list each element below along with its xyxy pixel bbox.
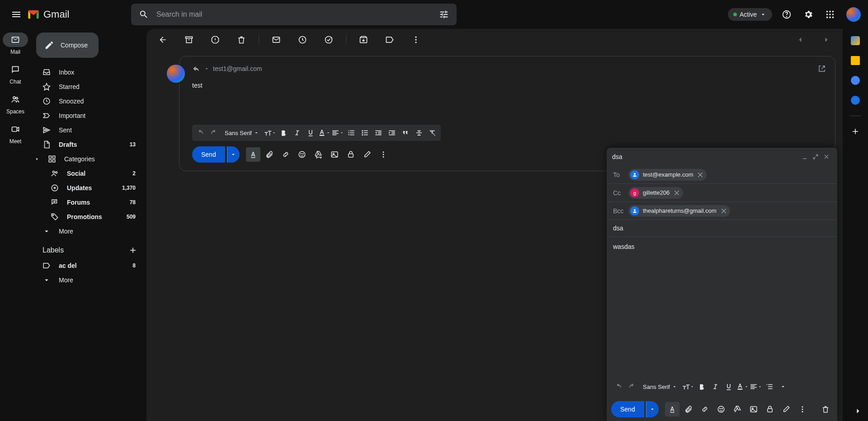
archive-button[interactable] — [180, 31, 198, 49]
snooze-button[interactable] — [293, 31, 311, 49]
bold-button[interactable] — [695, 380, 708, 393]
chip-remove-button[interactable] — [697, 171, 704, 178]
sidebar-item-starred[interactable]: Starred — [31, 80, 146, 94]
sidebar-item-updates[interactable]: Updates 1,370 — [31, 181, 146, 195]
settings-button[interactable] — [799, 5, 817, 23]
status-selector[interactable]: Active — [728, 8, 772, 21]
more-options-button[interactable] — [376, 147, 391, 162]
sidebar-item-inbox[interactable]: Inbox — [31, 65, 146, 80]
reply-type-dropdown-icon[interactable] — [204, 66, 209, 71]
reply-send-button[interactable]: Send — [192, 146, 225, 163]
bcc-row[interactable]: Bcc thealphareturns@gmail.com — [607, 202, 837, 220]
keep-app-button[interactable] — [851, 56, 860, 65]
more-options-button[interactable] — [795, 402, 810, 416]
reply-body-text[interactable]: test — [192, 82, 826, 125]
sidebar-item-drafts[interactable]: Drafts 13 — [31, 137, 146, 152]
redo-button[interactable] — [208, 126, 220, 139]
indent-more-button[interactable] — [386, 126, 398, 139]
sidebar-item-forums[interactable]: Forums 78 — [31, 195, 146, 210]
font-size-button[interactable] — [264, 126, 276, 139]
link-button[interactable] — [278, 147, 293, 162]
font-selector[interactable]: Sans Serif — [639, 384, 681, 390]
sidebar-item-more[interactable]: More — [31, 224, 146, 239]
sidebar-item-sent[interactable]: Sent — [31, 123, 146, 137]
signature-button[interactable] — [360, 147, 374, 162]
underline-button[interactable] — [722, 380, 735, 393]
mark-unread-button[interactable] — [267, 31, 285, 49]
cc-row[interactable]: Cc g gillette206 — [607, 184, 837, 202]
support-button[interactable] — [778, 5, 796, 23]
discard-draft-button[interactable] — [818, 402, 833, 416]
contacts-app-button[interactable] — [851, 96, 860, 105]
account-avatar[interactable] — [846, 7, 861, 22]
text-color-button[interactable] — [318, 126, 330, 139]
drive-button[interactable] — [311, 147, 326, 162]
signature-button[interactable] — [779, 402, 793, 416]
font-selector[interactable]: Sans Serif — [221, 130, 263, 136]
text-color-button[interactable] — [736, 380, 749, 393]
sidebar-labels-more[interactable]: More — [31, 273, 146, 287]
to-row[interactable]: To test@example.com — [607, 166, 837, 184]
image-button[interactable] — [327, 147, 342, 162]
add-label-button[interactable] — [128, 246, 137, 255]
sidebar-item-social[interactable]: Social 2 — [31, 166, 146, 181]
compose-body[interactable]: wasdas — [607, 237, 837, 376]
popout-button[interactable] — [818, 65, 826, 73]
compose-send-button[interactable]: Send — [611, 401, 644, 417]
formatting-toggle-button[interactable] — [665, 402, 679, 416]
rail-item-spaces[interactable]: Spaces — [3, 92, 28, 115]
sender-avatar[interactable] — [167, 65, 185, 83]
align-button[interactable] — [750, 380, 762, 393]
compose-titlebar[interactable]: dsa — [607, 148, 837, 166]
redo-button[interactable] — [626, 380, 638, 393]
format-more-button[interactable] — [777, 380, 789, 393]
search-bar[interactable] — [131, 4, 457, 25]
confidential-button[interactable] — [344, 147, 358, 162]
labels-button[interactable] — [381, 31, 399, 49]
emoji-button[interactable] — [295, 147, 309, 162]
italic-button[interactable] — [709, 380, 722, 393]
close-compose-button[interactable] — [821, 151, 832, 162]
newer-button[interactable] — [817, 31, 835, 49]
align-button[interactable] — [331, 126, 344, 139]
bullet-list-button[interactable] — [359, 126, 371, 139]
confidential-button[interactable] — [763, 402, 777, 416]
addons-button[interactable] — [851, 127, 860, 136]
apps-button[interactable] — [821, 5, 839, 23]
move-button[interactable] — [354, 31, 373, 49]
search-input[interactable] — [156, 10, 431, 19]
italic-button[interactable] — [291, 126, 303, 139]
tasks-app-button[interactable] — [851, 76, 860, 85]
reply-recipient[interactable]: test1@gmail.com — [213, 65, 262, 72]
sidebar-label-ac-del[interactable]: ac del 8 — [31, 258, 146, 273]
strikethrough-button[interactable] — [413, 126, 425, 139]
numbered-list-button[interactable] — [345, 126, 358, 139]
underline-button[interactable] — [304, 126, 317, 139]
spam-button[interactable] — [206, 31, 224, 49]
chip-remove-button[interactable] — [720, 207, 727, 215]
to-chip[interactable]: test@example.com — [628, 169, 707, 181]
older-button[interactable] — [791, 31, 809, 49]
calendar-app-button[interactable] — [851, 36, 860, 45]
numbered-list-button[interactable] — [763, 380, 776, 393]
sidebar-item-snoozed[interactable]: Snoozed — [31, 94, 146, 108]
search-options-button[interactable] — [435, 5, 453, 23]
hide-side-panel-button[interactable] — [854, 407, 863, 416]
font-size-button[interactable] — [682, 380, 694, 393]
link-button[interactable] — [698, 402, 712, 416]
compose-subject[interactable]: dsa — [607, 220, 837, 237]
chip-remove-button[interactable] — [673, 189, 680, 196]
image-button[interactable] — [746, 402, 761, 416]
undo-button[interactable] — [612, 380, 625, 393]
attach-button[interactable] — [681, 402, 696, 416]
back-button[interactable] — [154, 31, 172, 49]
more-actions-button[interactable] — [407, 31, 425, 49]
sidebar-item-promotions[interactable]: Promotions 509 — [31, 210, 146, 224]
rail-item-mail[interactable]: Mail — [3, 33, 28, 55]
delete-button[interactable] — [232, 31, 250, 49]
quote-button[interactable] — [399, 126, 412, 139]
gmail-logo[interactable]: Gmail — [27, 8, 131, 21]
cc-chip[interactable]: g gillette206 — [628, 187, 683, 199]
attach-button[interactable] — [262, 147, 277, 162]
main-menu-button[interactable] — [7, 5, 25, 23]
